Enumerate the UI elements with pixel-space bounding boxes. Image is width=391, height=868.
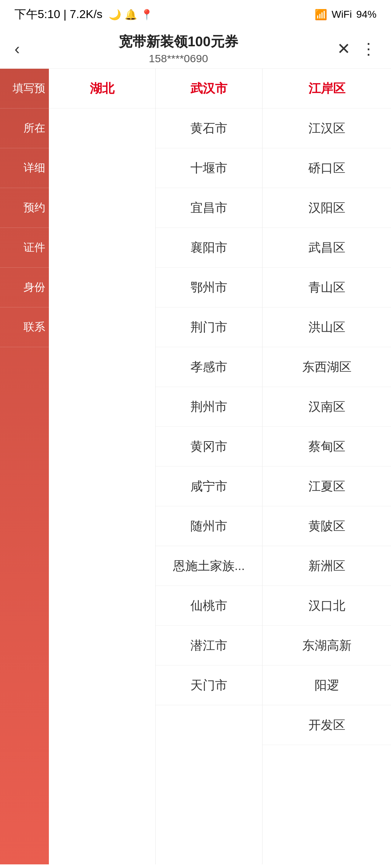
phone-number: 158****0690 xyxy=(20,52,337,65)
city-item-xiantao[interactable]: 仙桃市 xyxy=(156,586,262,626)
status-time: 下午5:10 | 7.2K/s 🌙 🔔 📍 xyxy=(14,7,153,22)
district-item-caidian[interactable]: 蔡甸区 xyxy=(262,427,391,467)
city-item-ezhou[interactable]: 鄂州市 xyxy=(156,268,262,307)
district-item-yangluo[interactable]: 阳逻 xyxy=(262,665,391,705)
city-item-xiaogan[interactable]: 孝感市 xyxy=(156,347,262,387)
district-item-huangpi[interactable]: 黄陂区 xyxy=(262,506,391,546)
province-item-hubei[interactable]: 湖北 xyxy=(49,69,155,109)
city-item-enshi[interactable]: 恩施土家族... xyxy=(156,546,262,586)
district-item-xinzhou[interactable]: 新洲区 xyxy=(262,546,391,586)
district-item-dongxihu[interactable]: 东西湖区 xyxy=(262,347,391,387)
district-item-kaifaqu[interactable]: 开发区 xyxy=(262,705,391,745)
city-item-huanggang[interactable]: 黄冈市 xyxy=(156,427,262,467)
district-item-hongshan[interactable]: 洪山区 xyxy=(262,307,391,347)
battery-text: 94% xyxy=(356,9,377,20)
district-item-hankoubeie[interactable]: 汉口北 xyxy=(262,586,391,626)
district-item-jiangxia[interactable]: 江夏区 xyxy=(262,467,391,506)
header: ‹ 宽带新装领100元券 158****0690 ✕ ⋮ xyxy=(0,29,391,69)
signal-icon: 📶 xyxy=(315,9,327,21)
city-item-xianning[interactable]: 咸宁市 xyxy=(156,467,262,506)
city-item-suizhou[interactable]: 随州市 xyxy=(156,506,262,546)
district-item-hanyang[interactable]: 汉阳区 xyxy=(262,188,391,228)
city-item-jingzhou[interactable]: 荆州市 xyxy=(156,387,262,427)
district-item-jiangan[interactable]: 江岸区 xyxy=(262,69,391,109)
province-column[interactable]: 湖北 xyxy=(49,69,156,864)
district-item-qiaokou[interactable]: 硚口区 xyxy=(262,148,391,188)
city-item-wuhan[interactable]: 武汉市 xyxy=(156,69,262,109)
city-item-tianmen[interactable]: 天门市 xyxy=(156,665,262,705)
wifi-icon: WiFi xyxy=(332,9,352,20)
status-bar: 下午5:10 | 7.2K/s 🌙 🔔 📍 📶 WiFi 94% xyxy=(0,0,391,29)
city-item-shiyan[interactable]: 十堰市 xyxy=(156,148,262,188)
close-button[interactable]: ✕ xyxy=(337,39,350,58)
header-actions: ✕ ⋮ xyxy=(337,39,377,58)
city-item-xiangyang[interactable]: 襄阳市 xyxy=(156,228,262,268)
city-item-qianjiang[interactable]: 潜江市 xyxy=(156,626,262,665)
more-button[interactable]: ⋮ xyxy=(361,39,377,58)
page-title: 宽带新装领100元券 xyxy=(20,33,337,51)
city-item-jingmen[interactable]: 荆门市 xyxy=(156,307,262,347)
district-item-hannan[interactable]: 汉南区 xyxy=(262,387,391,427)
district-column[interactable]: 江岸区 江汉区 硚口区 汉阳区 武昌区 青山区 洪山区 东西湖区 汉南区 蔡甸区… xyxy=(262,69,391,864)
city-item-yichang[interactable]: 宜昌市 xyxy=(156,188,262,228)
header-title-block: 宽带新装领100元券 158****0690 xyxy=(20,33,337,65)
back-button[interactable]: ‹ xyxy=(14,40,20,58)
district-item-jianghan[interactable]: 江汉区 xyxy=(262,109,391,148)
district-item-qingshan[interactable]: 青山区 xyxy=(262,268,391,307)
city-item-huangshi[interactable]: 黄石市 xyxy=(156,109,262,148)
district-item-donghu[interactable]: 东湖高新 xyxy=(262,626,391,665)
district-item-wuchang[interactable]: 武昌区 xyxy=(262,228,391,268)
city-column[interactable]: 武汉市 黄石市 十堰市 宜昌市 襄阳市 鄂州市 荆门市 孝感市 荆州市 黄冈市 … xyxy=(156,69,262,864)
status-icons: 📶 WiFi 94% xyxy=(315,9,377,21)
